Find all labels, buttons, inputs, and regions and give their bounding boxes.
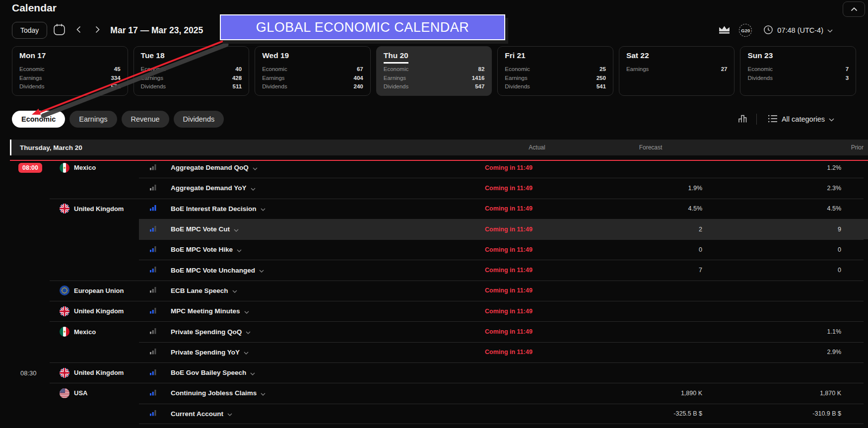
day-card-wed-19[interactable]: Wed 19 Economic67Earnings404Dividends240: [255, 46, 371, 96]
category-filter-dropdown[interactable]: All categories: [765, 114, 837, 125]
collapse-panel-button[interactable]: [843, 1, 865, 17]
prior-value: -310.9 B $: [702, 410, 841, 417]
flag-placeholder: [60, 224, 69, 234]
filter-tab-economic[interactable]: Economic: [12, 111, 65, 128]
event-rows: 08:00 Mexico Aggregate Demand QoQ Coming…: [10, 157, 868, 424]
day-stat-economic: Economic82: [384, 66, 485, 72]
importance-cell: [147, 389, 171, 398]
country-cell: Mexico: [58, 163, 147, 173]
importance-cell: [147, 327, 171, 336]
day-card-thu-20[interactable]: Thu 20 Economic82Earnings1416Dividends54…: [376, 46, 492, 96]
day-card-stats: Economic25Earnings250Dividends541: [505, 66, 606, 90]
day-card-sat-22[interactable]: Sat 22 Earnings27: [619, 46, 735, 96]
filter-tab-dividends[interactable]: Dividends: [174, 111, 224, 128]
prior-value: 1,870 K: [702, 390, 841, 397]
forecast-value: 7: [599, 267, 702, 274]
flag-placeholder: [60, 265, 69, 275]
event-expander[interactable]: Continuing Jobless Claims: [171, 389, 475, 398]
actual-coming-label: Coming in 11:49: [485, 349, 533, 356]
day-stat-earnings: Earnings334: [19, 75, 121, 81]
table-row-ecb-lane-speech[interactable]: European Union ECB Lane Speech Coming in…: [10, 281, 868, 301]
forecast-value: 2: [599, 226, 702, 233]
table-row-aggregate-demand-yoy[interactable]: Aggregate Demand YoY Coming in 11:49 1.9…: [10, 178, 868, 198]
g20-countries-icon[interactable]: G20: [739, 24, 752, 37]
flag-mexico-icon: [60, 163, 69, 173]
table-row-private-spending-yoy[interactable]: Private Spending YoY Coming in 11:49 2.9…: [10, 342, 868, 362]
chart-view-button[interactable]: [737, 113, 748, 126]
table-row-boe-gov-bailey-speech[interactable]: 08:30 United Kingdom BoE Gov Bailey Spee…: [10, 362, 868, 383]
row-separator: [50, 362, 864, 363]
table-row-current-account[interactable]: Current Account -325.5 B $ -310.9 B $: [10, 404, 868, 424]
timezone-selector[interactable]: 07:48 (UTC-4): [760, 24, 836, 37]
table-row-private-spending-qoq[interactable]: Mexico Private Spending QoQ Coming in 11…: [10, 321, 868, 342]
table-row-mpc-meeting-minutes[interactable]: United Kingdom MPC Meeting Minutes Comin…: [10, 301, 868, 321]
event-expander[interactable]: ECB Lane Speech: [171, 286, 475, 295]
importance-low-icon: [150, 184, 156, 193]
event-expander[interactable]: Current Account: [171, 409, 475, 418]
prior-value: 4.5%: [702, 205, 841, 212]
event-expander[interactable]: BoE MPC Vote Hike: [171, 245, 475, 254]
today-button[interactable]: Today: [12, 22, 47, 39]
filter-tab-revenue[interactable]: Revenue: [122, 111, 169, 128]
stat-value: 334: [111, 75, 120, 81]
importance-low-icon: [150, 163, 156, 172]
country-name: European Union: [74, 287, 124, 294]
chevron-left-icon: [76, 26, 81, 35]
event-expander[interactable]: Private Spending YoY: [171, 348, 475, 357]
chevron-down-icon: [251, 184, 256, 193]
day-card-fri-21[interactable]: Fri 21 Economic25Earnings250Dividends541: [497, 46, 613, 96]
actual-coming-label: Coming in 11:49: [485, 328, 533, 335]
annotation-box: GLOBAL ECONOMIC CALENDAR: [220, 14, 505, 40]
table-row-boe-mpc-vote-unchanged[interactable]: BoE MPC Vote Unchanged Coming in 11:49 7…: [10, 260, 868, 280]
filter-tabs-row: EconomicEarningsRevenueDividends All cat…: [12, 111, 837, 128]
column-header-actual: Actual: [475, 140, 599, 155]
row-separator: [139, 404, 864, 404]
stat-value: 7: [846, 66, 849, 72]
prior-value: 0: [702, 267, 841, 274]
vertical-divider: [756, 114, 757, 125]
clock-icon: [763, 25, 773, 36]
event-expander[interactable]: BoE MPC Vote Unchanged: [171, 266, 475, 275]
event-expander[interactable]: Private Spending QoQ: [171, 327, 475, 336]
day-card-mon-17[interactable]: Mon 17 Economic45Earnings334Dividends571: [12, 46, 128, 96]
country-cell: [58, 224, 147, 234]
event-expander[interactable]: BoE Gov Bailey Speech: [171, 368, 475, 377]
actual-value: Coming in 11:49: [475, 226, 599, 233]
day-card-sun-23[interactable]: Sun 23 Economic7Dividends3: [740, 46, 856, 96]
day-stat-earnings: Earnings1416: [384, 75, 485, 81]
stat-value: 27: [721, 66, 728, 72]
crown-icon[interactable]: [718, 25, 731, 36]
stat-label: Dividends: [19, 83, 45, 90]
column-header-forecast: Forecast: [599, 140, 702, 155]
calendar-picker-button[interactable]: [53, 23, 66, 38]
event-expander[interactable]: BoE MPC Vote Cut: [171, 225, 475, 234]
stat-value: 82: [478, 66, 485, 72]
table-row-boe-mpc-vote-hike[interactable]: BoE MPC Vote Hike Coming in 11:49 0 0: [10, 239, 868, 260]
day-stat-dividends: Dividends511: [141, 83, 242, 90]
importance-cell: [147, 368, 171, 377]
table-row-boe-mpc-vote-cut[interactable]: BoE MPC Vote Cut Coming in 11:49 2 9: [10, 219, 868, 239]
country-name: United Kingdom: [74, 205, 124, 213]
next-week-button[interactable]: [91, 24, 104, 37]
row-separator: [139, 219, 864, 219]
filter-tab-earnings[interactable]: Earnings: [69, 111, 117, 128]
event-name: Aggregate Demand QoQ: [171, 164, 249, 171]
actual-value: Coming in 11:49: [475, 287, 599, 294]
forecast-value: 1.9%: [599, 185, 702, 192]
prev-week-button[interactable]: [72, 24, 85, 37]
event-expander[interactable]: MPC Meeting Minutes: [171, 307, 475, 316]
chevron-down-icon: [827, 26, 833, 34]
event-expander[interactable]: Aggregate Demand QoQ: [171, 163, 475, 172]
table-row-continuing-jobless-claims[interactable]: USA Continuing Jobless Claims 1,890 K 1,…: [10, 383, 868, 403]
stat-value: 67: [357, 66, 363, 72]
day-stat-dividends: Dividends541: [505, 83, 606, 90]
flag-uk-icon: [60, 306, 69, 316]
stat-label: Earnings: [626, 66, 649, 72]
stat-value: 404: [354, 75, 363, 81]
table-row-boe-interest-rate-decision[interactable]: United Kingdom BoE Interest Rate Decisio…: [10, 199, 868, 219]
day-card-tue-18[interactable]: Tue 18 Economic40Earnings428Dividends511: [134, 46, 250, 96]
table-row-aggregate-demand-qoq[interactable]: 08:00 Mexico Aggregate Demand QoQ Coming…: [10, 157, 868, 178]
event-expander[interactable]: BoE Interest Rate Decision: [171, 204, 475, 213]
event-expander[interactable]: Aggregate Demand YoY: [171, 184, 475, 193]
forecast-value: 1,890 K: [599, 390, 702, 397]
